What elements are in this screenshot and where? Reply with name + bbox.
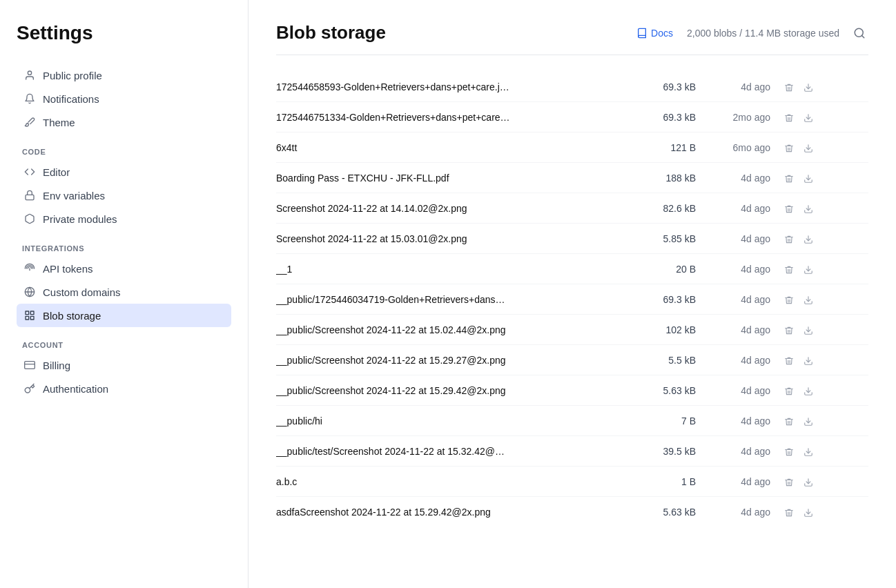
sidebar-item-custom-domains[interactable]: Custom domains <box>17 280 231 304</box>
docs-label: Docs <box>651 28 673 39</box>
sidebar-item-env-variables[interactable]: Env variables <box>17 184 231 207</box>
file-date: 4d ago <box>701 203 770 214</box>
file-date: 4d ago <box>701 81 770 92</box>
file-name: Screenshot 2024-11-22 at 14.14.02@2x.png <box>276 203 635 214</box>
delete-file-button[interactable] <box>781 504 797 519</box>
delete-file-button[interactable] <box>781 79 797 94</box>
file-size: 39.5 kB <box>641 446 696 457</box>
delete-file-button[interactable] <box>781 170 797 185</box>
file-name: __public/1725446034719-Golden+Retrievers… <box>276 294 635 305</box>
file-date: 4d ago <box>701 355 770 366</box>
file-actions <box>781 79 816 94</box>
delete-file-button[interactable] <box>781 383 797 398</box>
sidebar: Settings Public profileNotificationsThem… <box>0 0 249 588</box>
storage-info: 2,000 blobs / 11.4 MB storage used <box>687 28 839 39</box>
file-name: 6x4tt <box>276 142 635 153</box>
file-size: 69.3 kB <box>641 294 696 305</box>
sidebar-label-billing: Billing <box>43 360 70 371</box>
book-icon <box>636 28 647 39</box>
download-file-button[interactable] <box>801 231 816 246</box>
delete-file-button[interactable] <box>781 292 797 306</box>
download-file-button[interactable] <box>801 322 816 337</box>
file-date: 4d ago <box>701 294 770 305</box>
file-date: 4d ago <box>701 233 770 244</box>
delete-file-button[interactable] <box>781 262 797 276</box>
download-file-button[interactable] <box>801 201 816 215</box>
download-file-button[interactable] <box>801 504 816 519</box>
delete-file-button[interactable] <box>781 201 797 215</box>
delete-file-button[interactable] <box>781 444 797 458</box>
download-file-button[interactable] <box>801 413 816 428</box>
sidebar-label-env-variables: Env variables <box>43 190 105 202</box>
sidebar-label-blob-storage: Blob storage <box>43 310 101 322</box>
file-list: 172544658593-Golden+Retrievers+dans+pet+… <box>276 72 868 527</box>
sidebar-item-editor[interactable]: Editor <box>17 160 231 184</box>
code-icon <box>23 166 36 178</box>
file-name: 1725446751334-Golden+Retrievers+dans+pet… <box>276 112 635 123</box>
file-size: 102 kB <box>641 324 696 335</box>
download-file-button[interactable] <box>801 79 816 94</box>
sidebar-item-notifications[interactable]: Notifications <box>17 87 231 110</box>
sidebar-nav: Public profileNotificationsThemeCODEEdit… <box>17 63 231 400</box>
table-row: __public/Screenshot 2024-11-22 at 15.29.… <box>276 375 868 406</box>
download-file-button[interactable] <box>801 140 816 155</box>
table-row: __public/hi7 B4d ago <box>276 406 868 436</box>
download-file-button[interactable] <box>801 444 816 458</box>
search-button[interactable] <box>850 23 868 42</box>
file-name: 172544658593-Golden+Retrievers+dans+pet+… <box>276 81 635 92</box>
file-size: 5.63 kB <box>641 385 696 396</box>
file-size: 20 B <box>641 264 696 275</box>
file-actions <box>781 110 816 124</box>
sidebar-item-blob-storage[interactable]: Blob storage <box>17 304 231 327</box>
file-date: 4d ago <box>701 415 770 427</box>
file-date: 4d ago <box>701 173 770 184</box>
file-actions <box>781 201 816 215</box>
delete-file-button[interactable] <box>781 353 797 367</box>
file-actions <box>781 292 816 306</box>
file-actions <box>781 474 816 489</box>
sidebar-item-authentication[interactable]: Authentication <box>17 377 231 400</box>
sidebar-label-notifications: Notifications <box>43 93 99 105</box>
file-name: __public/Screenshot 2024-11-22 at 15.29.… <box>276 385 635 396</box>
box-icon <box>23 213 36 225</box>
delete-file-button[interactable] <box>781 110 797 124</box>
download-file-button[interactable] <box>801 170 816 185</box>
file-size: 5.85 kB <box>641 233 696 244</box>
brush-icon <box>23 116 36 128</box>
section-label-code: CODE <box>17 148 231 156</box>
download-file-button[interactable] <box>801 383 816 398</box>
file-actions <box>781 170 816 185</box>
download-file-button[interactable] <box>801 353 816 367</box>
download-file-button[interactable] <box>801 474 816 489</box>
sidebar-item-theme[interactable]: Theme <box>17 110 231 134</box>
delete-file-button[interactable] <box>781 140 797 155</box>
svg-rect-8 <box>25 362 35 369</box>
sidebar-item-private-modules[interactable]: Private modules <box>17 207 231 231</box>
sidebar-item-api-tokens[interactable]: API tokens <box>17 257 231 280</box>
delete-file-button[interactable] <box>781 474 797 489</box>
file-date: 4d ago <box>701 324 770 335</box>
download-file-button[interactable] <box>801 262 816 276</box>
table-row: 1725446751334-Golden+Retrievers+dans+pet… <box>276 102 868 133</box>
file-date: 6mo ago <box>701 142 770 153</box>
file-date: 4d ago <box>701 385 770 396</box>
fingerprint-icon <box>23 262 36 275</box>
file-actions <box>781 322 816 337</box>
table-row: 6x4tt121 B6mo ago <box>276 133 868 163</box>
table-row: Screenshot 2024-11-22 at 15.03.01@2x.png… <box>276 224 868 254</box>
download-file-button[interactable] <box>801 292 816 306</box>
file-size: 1 B <box>641 476 696 487</box>
page-title: Settings <box>17 22 231 44</box>
delete-file-button[interactable] <box>781 231 797 246</box>
sidebar-item-billing[interactable]: Billing <box>17 353 231 377</box>
delete-file-button[interactable] <box>781 413 797 428</box>
file-size: 7 B <box>641 415 696 427</box>
file-actions <box>781 413 816 428</box>
download-file-button[interactable] <box>801 110 816 124</box>
table-row: __public/1725446034719-Golden+Retrievers… <box>276 284 868 315</box>
file-size: 5.63 kB <box>641 507 696 518</box>
docs-link[interactable]: Docs <box>636 28 673 39</box>
file-size: 5.5 kB <box>641 355 696 366</box>
sidebar-item-public-profile[interactable]: Public profile <box>17 63 231 87</box>
delete-file-button[interactable] <box>781 322 797 337</box>
